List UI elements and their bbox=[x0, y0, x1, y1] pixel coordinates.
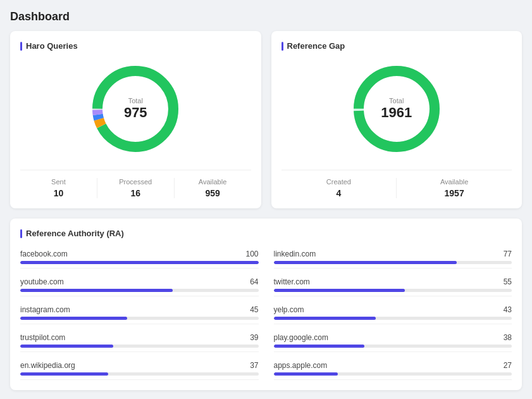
haro-stats-row: Sent 10 Processed 16 Available 959 bbox=[20, 170, 251, 198]
ra-bar-fill bbox=[20, 261, 259, 264]
ref-gap-title-bar bbox=[281, 42, 283, 51]
haro-donut-center: Total 975 bbox=[124, 97, 147, 121]
ref-gap-donut-wrapper: Total 1961 bbox=[346, 58, 447, 160]
ra-bar-bg bbox=[274, 261, 512, 264]
ra-score: 38 bbox=[504, 333, 512, 342]
ra-bar-fill bbox=[274, 372, 338, 376]
haro-donut-wrapper: Total 975 bbox=[85, 58, 186, 160]
ra-bar-bg bbox=[274, 345, 512, 348]
haro-total-label: Total bbox=[124, 97, 147, 104]
ra-card-title: Reference Authority (RA) bbox=[20, 229, 512, 238]
ra-bar-fill bbox=[20, 345, 113, 348]
ra-domain: facebook.com bbox=[20, 250, 68, 258]
ra-item-left: youtube.com 64 bbox=[20, 274, 259, 296]
ref-gap-title-text: Reference Gap bbox=[287, 41, 345, 51]
ra-bar-fill bbox=[20, 289, 173, 292]
ra-bar-bg bbox=[274, 317, 512, 320]
ra-item-right: yelp.com 43 bbox=[274, 301, 512, 324]
ref-gap-donut-center: Total 1961 bbox=[381, 97, 412, 121]
ra-bar-fill bbox=[274, 317, 376, 320]
haro-stat-sent: Sent 10 bbox=[20, 178, 97, 198]
ra-score: 55 bbox=[504, 277, 512, 286]
ra-bar-fill bbox=[274, 345, 364, 348]
ra-item-left: instagram.com 45 bbox=[20, 301, 259, 324]
ref-gap-card-title: Reference Gap bbox=[281, 41, 512, 51]
ra-score: 45 bbox=[250, 305, 258, 314]
haro-title-bar bbox=[20, 42, 22, 51]
ra-item-right: twitter.com 55 bbox=[274, 274, 512, 296]
reference-gap-card: Reference Gap Total 1961 Created bbox=[271, 31, 523, 208]
ra-bar-fill bbox=[274, 261, 457, 264]
ra-domain: linkedin.com bbox=[274, 250, 316, 258]
haro-total-value: 975 bbox=[124, 104, 147, 121]
ra-bar-bg bbox=[274, 372, 512, 376]
ra-grid: facebook.com 100 linkedin.com 77 youtube… bbox=[20, 246, 512, 380]
haro-donut-container: Total 975 bbox=[20, 58, 251, 160]
ra-score: 37 bbox=[250, 361, 258, 370]
ref-gap-donut-container: Total 1961 bbox=[281, 58, 512, 160]
ref-gap-stats-row: Created 4 Available 1957 bbox=[281, 170, 512, 198]
ra-domain: youtube.com bbox=[20, 277, 64, 286]
ra-domain: yelp.com bbox=[274, 305, 304, 314]
ra-score: 64 bbox=[250, 277, 258, 286]
ra-item-right: linkedin.com 77 bbox=[274, 246, 512, 269]
haro-queries-card: Haro Queries Total 975 bbox=[10, 31, 261, 208]
ra-score: 39 bbox=[250, 333, 258, 342]
ref-gap-total-label: Total bbox=[381, 97, 412, 104]
ra-bar-bg bbox=[20, 345, 259, 348]
ra-item-left: facebook.com 100 bbox=[20, 246, 259, 269]
ra-title-text: Reference Authority (RA) bbox=[26, 229, 124, 238]
ra-bar-bg bbox=[20, 289, 259, 292]
ra-domain: trustpilot.com bbox=[20, 333, 65, 342]
ra-bar-bg bbox=[20, 372, 259, 376]
ra-domain: apps.apple.com bbox=[274, 361, 328, 370]
page-title: Dashboard bbox=[10, 10, 522, 23]
haro-card-title: Haro Queries bbox=[20, 41, 251, 51]
ra-item-right: play.google.com 38 bbox=[274, 329, 512, 352]
haro-title-text: Haro Queries bbox=[26, 41, 78, 51]
ra-bar-fill bbox=[20, 317, 127, 320]
ra-title-bar bbox=[20, 229, 22, 238]
ra-score: 100 bbox=[245, 250, 258, 258]
ra-item-left: trustpilot.com 39 bbox=[20, 329, 259, 352]
ra-domain: twitter.com bbox=[274, 277, 310, 286]
ra-item-right: apps.apple.com 27 bbox=[274, 357, 512, 380]
ra-score: 43 bbox=[504, 305, 512, 314]
ra-item-left: en.wikipedia.org 37 bbox=[20, 357, 259, 380]
ra-domain: en.wikipedia.org bbox=[20, 361, 75, 370]
ra-bar-fill bbox=[274, 289, 405, 292]
ra-domain: instagram.com bbox=[20, 305, 70, 314]
ra-bar-fill bbox=[20, 372, 108, 376]
ra-bar-bg bbox=[20, 261, 259, 264]
ra-bar-bg bbox=[20, 317, 259, 320]
haro-stat-available: Available 959 bbox=[174, 178, 251, 198]
ra-score: 27 bbox=[504, 361, 512, 370]
ref-gap-stat-available: Available 1957 bbox=[396, 178, 512, 198]
ref-gap-total-value: 1961 bbox=[381, 104, 412, 121]
ra-card: Reference Authority (RA) facebook.com 10… bbox=[10, 218, 522, 390]
ra-score: 77 bbox=[504, 250, 512, 258]
haro-stat-processed: Processed 16 bbox=[97, 178, 174, 198]
ra-domain: play.google.com bbox=[274, 333, 329, 342]
ra-bar-bg bbox=[274, 289, 512, 292]
ref-gap-stat-created: Created 4 bbox=[281, 178, 397, 198]
